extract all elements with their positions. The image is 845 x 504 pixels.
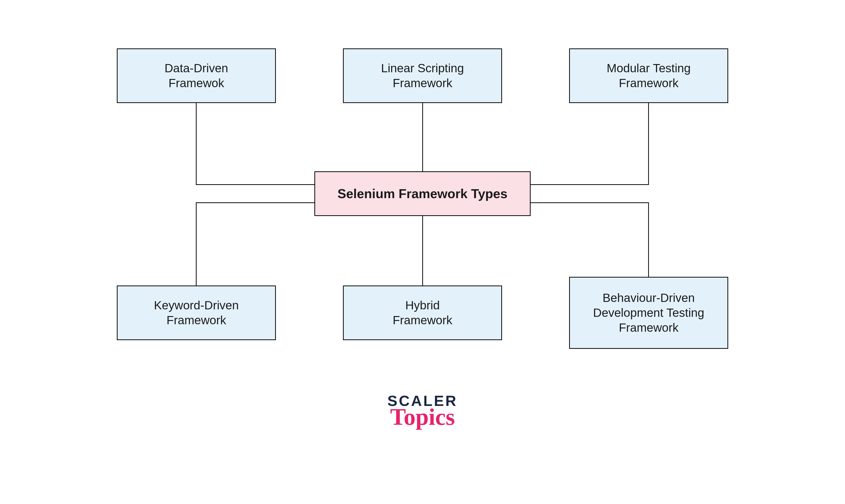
node-modular-testing: Modular TestingFramework — [569, 49, 728, 103]
center-node: Selenium Framework Types — [314, 171, 531, 216]
connector — [196, 184, 314, 185]
connector — [422, 103, 423, 171]
node-data-driven: Data-DrivenFramewok — [117, 49, 276, 103]
connector — [648, 202, 649, 277]
connector — [531, 202, 649, 203]
node-behaviour-driven: Behaviour-DrivenDevelopment TestingFrame… — [569, 277, 728, 349]
brand-logo: SCALER Topics — [387, 392, 458, 431]
node-label: Linear ScriptingFramework — [381, 61, 464, 91]
connector — [196, 202, 314, 203]
node-label: Behaviour-DrivenDevelopment TestingFrame… — [593, 290, 704, 335]
connector — [196, 202, 196, 286]
center-label: Selenium Framework Types — [338, 186, 507, 202]
logo-bottom-text: Topics — [387, 403, 458, 431]
node-keyword-driven: Keyword-DrivenFramework — [117, 286, 276, 340]
node-hybrid: HybridFramework — [343, 286, 502, 340]
node-label: HybridFramework — [393, 298, 452, 328]
connector — [648, 103, 649, 185]
node-label: Modular TestingFramework — [607, 61, 691, 91]
connector — [531, 184, 649, 185]
node-linear-scripting: Linear ScriptingFramework — [343, 49, 502, 103]
connector — [196, 103, 196, 185]
node-label: Data-DrivenFramewok — [165, 61, 228, 91]
connector — [422, 216, 423, 286]
node-label: Keyword-DrivenFramework — [154, 298, 239, 328]
